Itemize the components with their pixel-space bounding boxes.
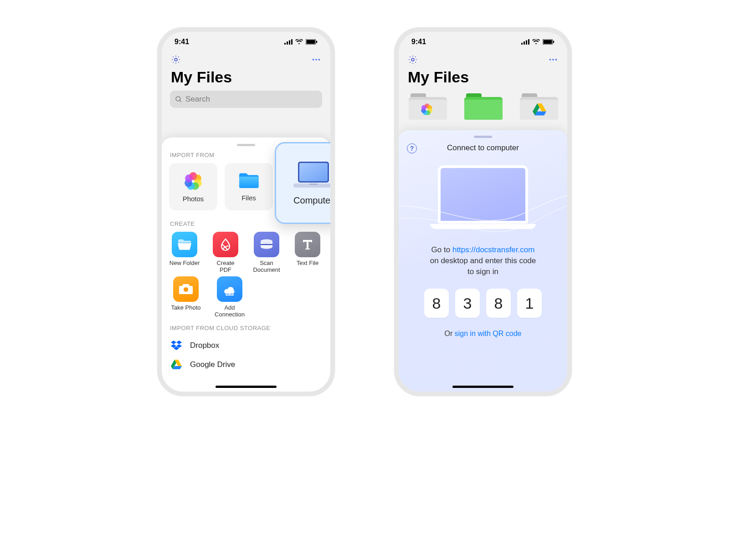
create-pdf-label: Create PDF <box>210 260 241 274</box>
take-photo[interactable]: Take Photo <box>169 276 203 318</box>
status-time: 9:41 <box>175 38 189 46</box>
create-new-folder[interactable]: New Folder <box>169 232 200 274</box>
svg-point-53 <box>421 105 426 110</box>
gdrive-label: Google Drive <box>190 360 235 369</box>
ellipsis-icon[interactable] <box>311 55 321 65</box>
cloud-connect-icon <box>222 283 237 295</box>
import-computer-label: Computer <box>293 195 334 206</box>
home-indicator[interactable] <box>216 386 277 388</box>
scan-document[interactable]: Scan Document <box>251 232 282 274</box>
svg-rect-36 <box>521 43 523 45</box>
new-folder-label: New Folder <box>169 260 200 267</box>
svg-rect-0 <box>284 43 286 45</box>
status-time: 9:41 <box>411 38 426 46</box>
gear-icon[interactable] <box>171 55 181 65</box>
import-photos-label: Photos <box>183 195 204 203</box>
page-title: My Files <box>399 65 567 91</box>
code-digit-4: 1 <box>517 289 542 318</box>
laptop-icon <box>293 161 334 189</box>
qr-signin-link[interactable]: sign in with QR code <box>455 330 522 337</box>
svg-rect-41 <box>544 40 552 44</box>
svg-rect-33 <box>299 163 328 181</box>
search-input[interactable]: Search <box>170 91 322 108</box>
nav-row <box>162 52 330 65</box>
google-drive-icon <box>171 360 182 370</box>
folder-row <box>399 91 567 120</box>
svg-point-20 <box>190 173 197 180</box>
photos-flower-icon <box>419 102 435 116</box>
help-icon[interactable]: ? <box>407 143 417 153</box>
cloud-google-drive[interactable]: Google Drive <box>169 355 323 374</box>
pdf-icon <box>219 238 232 251</box>
scan-document-label: Scan Document <box>251 260 282 274</box>
svg-point-45 <box>552 59 554 61</box>
svg-point-10 <box>318 59 320 61</box>
connect-title: Connect to computer <box>447 143 519 153</box>
svg-rect-38 <box>526 41 527 45</box>
create-pdf[interactable]: Create PDF <box>210 232 241 274</box>
svg-rect-1 <box>287 41 288 45</box>
folder-thumb-2[interactable] <box>464 91 502 120</box>
svg-rect-39 <box>528 39 529 45</box>
svg-point-7 <box>175 58 177 61</box>
laptop-illustration <box>433 165 533 229</box>
status-icons <box>284 39 318 45</box>
folder-thumb-1[interactable] <box>409 91 446 120</box>
text-file-label: Text File <box>297 260 318 267</box>
cloud-storage-label: IMPORT FROM CLOUD STORAGE <box>170 325 322 331</box>
svg-rect-42 <box>553 41 554 43</box>
import-photos[interactable]: Photos <box>169 163 217 210</box>
phone-right: 9:41 My Files <box>394 27 572 396</box>
svg-rect-2 <box>289 41 290 45</box>
svg-rect-6 <box>316 41 317 43</box>
sheet-grabber[interactable] <box>474 136 492 138</box>
photos-flower-icon <box>184 171 203 190</box>
dropbox-label: Dropbox <box>190 341 219 350</box>
svg-rect-24 <box>261 244 272 245</box>
folder-thumb-3[interactable] <box>520 91 557 120</box>
status-bar: 9:41 <box>162 32 330 52</box>
home-indicator[interactable] <box>452 386 513 388</box>
folder-icon <box>238 172 259 189</box>
nav-row <box>399 52 567 65</box>
search-placeholder: Search <box>185 95 210 104</box>
code-digit-1: 8 <box>424 289 449 318</box>
svg-rect-35 <box>309 183 318 185</box>
page-title: My Files <box>162 65 330 91</box>
search-icon <box>175 95 183 103</box>
add-connection[interactable]: Add Connection <box>213 276 246 318</box>
import-computer-highlighted[interactable]: Computer <box>275 142 335 224</box>
svg-point-23 <box>261 239 272 244</box>
svg-point-9 <box>315 59 317 61</box>
folder-open-icon <box>177 239 192 250</box>
import-files[interactable]: Files <box>225 163 273 210</box>
svg-rect-37 <box>524 41 525 45</box>
transfer-url-link[interactable]: https://docstransfer.com <box>452 245 534 254</box>
take-photo-label: Take Photo <box>171 305 200 311</box>
google-drive-icon <box>533 103 546 116</box>
dropbox-icon <box>171 341 182 351</box>
or-text: Or <box>445 330 455 337</box>
svg-point-46 <box>555 59 557 61</box>
ellipsis-icon[interactable] <box>548 55 558 65</box>
code-digit-3: 8 <box>486 289 511 318</box>
instruct-prefix: Go to <box>431 245 452 254</box>
wifi-icon <box>532 39 540 45</box>
create-text-file[interactable]: Text File <box>292 232 323 274</box>
gear-icon[interactable] <box>408 55 418 65</box>
import-files-label: Files <box>241 194 256 202</box>
cloud-dropbox[interactable]: Dropbox <box>169 336 323 355</box>
status-icons <box>521 39 554 45</box>
sheet-grabber[interactable] <box>237 144 255 146</box>
code-row: 8 3 8 1 <box>407 289 559 318</box>
camera-icon <box>179 283 193 295</box>
svg-point-44 <box>549 59 551 61</box>
add-connection-label: Add Connection <box>213 305 246 318</box>
connect-instructions: Go to https://docstransfer.com on deskto… <box>407 244 559 277</box>
text-icon <box>301 238 314 251</box>
instruct-line3: to sign in <box>467 267 498 276</box>
alt-signin: Or sign in with QR code <box>407 330 559 338</box>
connect-sheet: ? Connect to computer Go to https://docs… <box>399 130 567 392</box>
code-digit-2: 3 <box>455 289 480 318</box>
cellular-icon <box>284 39 293 45</box>
